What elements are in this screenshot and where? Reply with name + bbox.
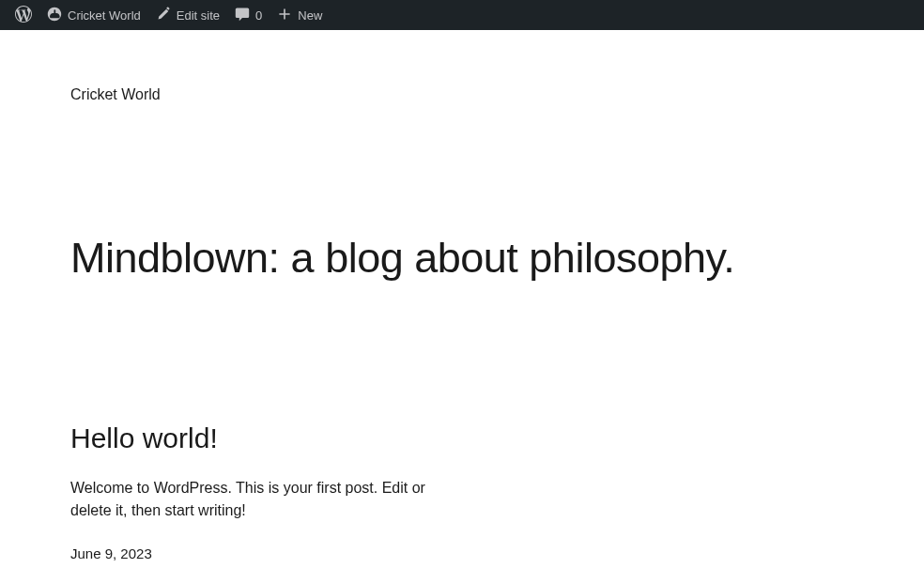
edit-site-label: Edit site [177, 8, 220, 23]
site-name-label: Cricket World [68, 8, 141, 23]
site-name-menu[interactable]: Cricket World [39, 0, 148, 30]
wordpress-icon [15, 6, 32, 25]
comment-icon [235, 7, 250, 24]
page-content: Cricket World Mindblown: a blog about ph… [0, 30, 924, 561]
edit-site-menu[interactable]: Edit site [148, 0, 227, 30]
edit-icon [156, 7, 171, 24]
wordpress-logo-menu[interactable] [8, 0, 39, 30]
post-excerpt: Welcome to WordPress. This is your first… [70, 477, 446, 524]
page-heading: Mindblown: a blog about philosophy. [70, 235, 924, 282]
comment-count: 0 [255, 8, 262, 23]
admin-bar: Cricket World Edit site 0 New [0, 0, 924, 30]
new-label: New [298, 8, 322, 23]
plus-icon [277, 7, 292, 24]
dashboard-icon [47, 7, 62, 24]
post-date: June 9, 2023 [70, 545, 924, 561]
post-title[interactable]: Hello world! [70, 422, 924, 454]
new-content-menu[interactable]: New [270, 0, 330, 30]
site-title[interactable]: Cricket World [70, 86, 924, 103]
comments-menu[interactable]: 0 [227, 0, 270, 30]
